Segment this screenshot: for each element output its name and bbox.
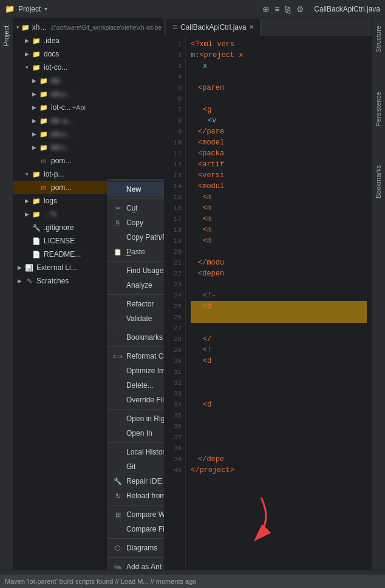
ln-31: 31 [164,367,185,377]
dropdown-arrow[interactable]: ▾ [44,5,47,12]
add-ant-label: Add as Ant Build File [126,563,164,570]
menu-item-compare[interactable]: ⊞ Compare With... Ctrl+D [108,507,164,522]
menu-item-refactor[interactable]: Refactor ▶ [108,297,164,311]
code-line-17: <m [191,214,367,225]
menu-item-analyze[interactable]: Analyze ▶ [108,278,164,292]
tree-docs[interactable]: ▶ 📁 docs [13,47,164,61]
menu-item-git[interactable]: Git ▶ [108,459,164,474]
menu-item-diagrams[interactable]: ⬡ Diagrams ▶ [108,541,164,555]
menu-item-cut[interactable]: ✂ Cut Ctrl+X [108,201,164,215]
menu-item-find-usages[interactable]: Find Usages Alt+F7 [108,263,164,278]
docs-arrow: ▶ [23,50,30,58]
code-line-1: <?xml vers [191,39,367,50]
scratches-label: Scratches [36,277,69,285]
iot6-icon: 📁 [39,143,49,152]
menu-item-reload[interactable]: ↻ Reload from Disk [108,488,164,503]
menu-item-bookmarks[interactable]: Bookmarks ▶ [108,330,164,345]
tab-close-button[interactable]: ✕ [249,24,254,30]
menu-item-repair-ide[interactable]: 🔧 Repair IDE on File [108,474,164,488]
iot4-icon: 📁 [39,116,49,126]
tree-iot3[interactable]: ▶ 📁 iot-c... +Api [13,101,164,114]
menu-item-validate[interactable]: Validate [108,311,164,326]
ln-30: 30 [164,356,185,367]
ln-11: 11 [164,148,185,159]
menu-item-reformat[interactable]: ⟺ Reformat Code Ctrl+Alt+L [108,349,164,363]
tree-iot-co[interactable]: ▾ 📁 iot-co... [13,61,164,74]
ln-38: 38 [164,443,185,454]
menu-item-override[interactable]: Override File Type [108,393,164,407]
menu-item-paste[interactable]: 📋 Paste Ctrl+V [108,245,164,259]
menu-item-add-ant[interactable]: 🐜 Add as Ant Build File [108,559,164,570]
iot6-arrow: ▶ [30,144,38,151]
license-label: LICENSE [44,237,75,245]
side-tabs-left: Project [0,18,13,570]
status-bar: Maven 'iot-parent' build scripts found /… [0,575,385,588]
iot1-icon: 📁 [39,76,49,86]
paste-icon: 📋 [113,247,123,257]
code-tab-main[interactable]: ☰ CallBackApiCtrl.java ✕ [166,19,261,36]
iot6-label: iot-r... [51,143,69,152]
ln-23: 23 [164,279,185,290]
side-tabs-right: Structure Persistence Bookmarks [372,18,385,570]
code-line-29: <! [191,345,367,356]
divider-2 [108,261,164,262]
divider-5 [108,346,164,347]
menu-item-delete[interactable]: Delete... Delete [108,378,164,393]
settings-icon[interactable]: ≡ [274,4,279,14]
code-line-8: <v [191,115,367,126]
menu-item-new[interactable]: New ▶ [108,182,164,197]
locate-icon[interactable]: ⊕ [262,4,270,14]
tree-iot6[interactable]: ▶ 📁 iot-r... [13,141,164,154]
filename-label: CallBackApiCtrl.java [314,5,380,13]
divider-8 [108,505,164,505]
tree-iot2[interactable]: ▶ 📁 iot-c... [13,87,164,101]
iot1-arrow: ▶ [30,77,38,84]
tree-root[interactable]: ▾ 📁 xh-iot-be J:\software\Git_workplace\… [13,21,164,34]
idea-folder-icon: 📁 [32,36,41,46]
compare-editor-icon [113,524,123,534]
git-label: Git [126,462,164,471]
code-line-26 [191,312,367,323]
menu-item-copy[interactable]: ⎘ Copy Ctrl+C [108,215,164,230]
repair-label: Repair IDE on File [126,477,164,485]
gear-icon[interactable]: ⚙ [296,4,304,14]
copy-label: Copy [126,218,164,227]
menu-item-optimize[interactable]: Optimize Imports Ctrl+Alt+O [108,363,164,378]
code-line-36 [191,421,367,432]
menu-item-open-in[interactable]: Open In ▶ [108,426,164,441]
tree-iot5[interactable]: ▶ 📁 iot-c... [13,127,164,141]
code-line-30: <d [191,356,367,367]
divider-7 [108,442,164,443]
iot-p-icon: 📁 [32,169,41,179]
code-panel: ☰ CallBackApiCtrl.java ✕ 1 2 3 4 5 6 7 8… [164,18,372,570]
ln-1: 1 [164,39,185,50]
ln-27: 27 [164,323,185,334]
ln-10: 10 [164,137,185,148]
menu-item-open-right[interactable]: Open in Right Split Shift+Enter [108,411,164,426]
reformat-label: Reformat Code [126,352,164,360]
ln-2: 2 [164,50,185,61]
tree-idea[interactable]: ▶ 📁 .idea [13,34,164,47]
sidebar-tab-project[interactable]: Project [0,18,13,53]
layout-icon[interactable]: ⧎ [284,4,291,14]
project-title[interactable]: Project [18,5,41,13]
ln-15: 15 [164,192,185,203]
ln-40: 40 [164,465,185,476]
code-line-35 [191,410,367,421]
license-icon: 📄 [32,236,41,246]
code-line-38 [191,443,367,454]
ln-17: 17 [164,214,185,225]
iot-co-folder-icon: 📁 [32,63,41,72]
ln-29: 29 [164,345,185,356]
sidebar-tab-bookmarks[interactable]: Bookmarks [372,158,385,206]
menu-item-copy-path[interactable]: Copy Path/Reference... [108,230,164,245]
sidebar-tab-structure[interactable]: Structure [372,18,385,60]
tree-iot1[interactable]: ▶ 📁 iot- [13,74,164,87]
menu-item-local-history[interactable]: Local History ▶ [108,445,164,459]
tree-iot4[interactable]: ▶ 📁 iot-.u... [13,114,164,127]
sidebar-tab-persistence[interactable]: Persistence [372,84,385,133]
bookmarks-icon [113,333,123,342]
compare-editor-label: Compare File with Editor [126,525,164,533]
tree-pom1[interactable]: ▶ m pom... [13,154,164,167]
menu-item-compare-editor[interactable]: Compare File with Editor [108,522,164,536]
